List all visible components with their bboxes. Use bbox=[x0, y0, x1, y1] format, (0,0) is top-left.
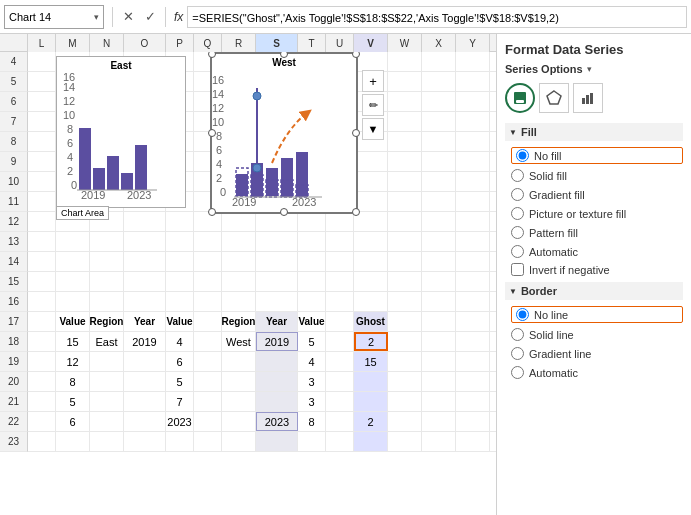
pattern-fill-option[interactable]: Pattern fill bbox=[511, 225, 683, 240]
automatic-border-option[interactable]: Automatic bbox=[511, 365, 683, 380]
col-header-M[interactable]: M bbox=[56, 34, 90, 52]
row-21-cells: 5 7 3 bbox=[28, 392, 496, 412]
handle-mr[interactable] bbox=[352, 129, 360, 137]
panel-title: Format Data Series bbox=[505, 42, 683, 57]
col-header-U[interactable]: U bbox=[326, 34, 354, 52]
col-header-Y[interactable]: Y bbox=[456, 34, 490, 52]
east-chart-title: East bbox=[57, 57, 185, 71]
handle-bm[interactable] bbox=[280, 208, 288, 216]
east-chart-svg: 0 2 4 6 8 10 12 14 16 bbox=[57, 71, 187, 201]
automatic-fill-option[interactable]: Automatic bbox=[511, 244, 683, 259]
header-ghost: Ghost bbox=[356, 316, 385, 327]
no-fill-option[interactable]: No fill bbox=[511, 147, 683, 164]
grid-wrapper: 4 5 6 7 8 9 10 11 12 13 14 15 16 17 18 1… bbox=[0, 52, 496, 452]
name-box-dropdown[interactable]: ▾ bbox=[94, 12, 99, 22]
row-14: 14 bbox=[0, 252, 28, 272]
col-header-N[interactable]: N bbox=[90, 34, 124, 52]
col-header-Q[interactable]: Q bbox=[194, 34, 222, 52]
svg-text:12: 12 bbox=[212, 102, 224, 114]
svg-text:2023: 2023 bbox=[292, 196, 316, 208]
col-header-O[interactable]: O bbox=[124, 34, 166, 52]
handle-ml[interactable] bbox=[208, 129, 216, 137]
header-region1: Region bbox=[90, 316, 123, 327]
handle-tr[interactable] bbox=[352, 52, 360, 58]
east-chart[interactable]: East 0 2 4 6 8 10 12 14 16 bbox=[56, 56, 186, 208]
chart-tool-filter[interactable]: ▼ bbox=[362, 118, 384, 140]
svg-text:4: 4 bbox=[67, 151, 73, 163]
cell-s18: 2019 bbox=[265, 336, 289, 348]
svg-text:12: 12 bbox=[63, 95, 75, 107]
col-header-V[interactable]: V bbox=[354, 34, 388, 52]
automatic-fill-label: Automatic bbox=[529, 246, 578, 258]
svg-rect-12 bbox=[121, 173, 133, 190]
cell-t22: 8 bbox=[308, 416, 314, 428]
handle-bl[interactable] bbox=[208, 208, 216, 216]
cell-v22: 2 bbox=[367, 416, 373, 428]
svg-text:10: 10 bbox=[63, 109, 75, 121]
invert-negative-option[interactable]: Invert if negative bbox=[511, 263, 683, 276]
series-icon[interactable] bbox=[573, 83, 603, 113]
invert-negative-checkbox[interactable] bbox=[511, 263, 524, 276]
row-14-cells bbox=[28, 252, 496, 272]
col-header-S[interactable]: S bbox=[256, 34, 298, 52]
col-header-X[interactable]: X bbox=[422, 34, 456, 52]
col-header-W[interactable]: W bbox=[388, 34, 422, 52]
header-value2: Value bbox=[166, 316, 192, 327]
no-fill-label: No fill bbox=[534, 150, 562, 162]
gradient-line-option[interactable]: Gradient line bbox=[511, 346, 683, 361]
paint-bucket-icon bbox=[512, 90, 528, 106]
solid-fill-option[interactable]: Solid fill bbox=[511, 168, 683, 183]
automatic-border-radio[interactable] bbox=[511, 366, 524, 379]
series-options-header[interactable]: Series Options ▾ bbox=[505, 63, 683, 75]
svg-text:16: 16 bbox=[63, 71, 75, 83]
handle-br[interactable] bbox=[352, 208, 360, 216]
svg-point-37 bbox=[253, 92, 261, 100]
border-triangle: ▼ bbox=[509, 287, 517, 296]
bar-chart-icon bbox=[580, 90, 596, 106]
cell-m20: 8 bbox=[69, 376, 75, 388]
solid-line-label: Solid line bbox=[529, 329, 574, 341]
row-19: 19 bbox=[0, 352, 28, 372]
svg-text:16: 16 bbox=[212, 74, 224, 86]
name-box[interactable]: Chart 14 ▾ bbox=[4, 5, 104, 29]
gradient-fill-option[interactable]: Gradient fill bbox=[511, 187, 683, 202]
no-line-radio[interactable] bbox=[516, 308, 529, 321]
fill-triangle: ▼ bbox=[509, 128, 517, 137]
solid-line-radio[interactable] bbox=[511, 328, 524, 341]
effects-icon[interactable] bbox=[539, 83, 569, 113]
row-15-cells bbox=[28, 272, 496, 292]
svg-rect-26 bbox=[236, 174, 248, 196]
col-header-L[interactable]: L bbox=[28, 34, 56, 52]
chart-tool-plus[interactable]: + bbox=[362, 70, 384, 92]
no-fill-radio[interactable] bbox=[516, 149, 529, 162]
header-year1: Year bbox=[134, 316, 155, 327]
cancel-icon[interactable]: ✕ bbox=[117, 6, 139, 28]
solid-fill-radio[interactable] bbox=[511, 169, 524, 182]
picture-fill-radio[interactable] bbox=[511, 207, 524, 220]
picture-fill-option[interactable]: Picture or texture fill bbox=[511, 206, 683, 221]
west-chart[interactable]: West 0 2 4 6 8 10 12 14 16 bbox=[210, 52, 358, 214]
col-header-P[interactable]: P bbox=[166, 34, 194, 52]
gradient-line-radio[interactable] bbox=[511, 347, 524, 360]
gradient-fill-radio[interactable] bbox=[511, 188, 524, 201]
formula-input[interactable]: =SERIES("Ghost",'Axis Toggle'!$S$18:$S$2… bbox=[187, 6, 687, 28]
row-10: 10 bbox=[0, 172, 28, 192]
row-headers: 4 5 6 7 8 9 10 11 12 13 14 15 16 17 18 1… bbox=[0, 52, 28, 452]
no-line-option[interactable]: No line bbox=[511, 306, 683, 323]
cell-t21: 3 bbox=[308, 396, 314, 408]
chart-tool-brush[interactable]: ✏ bbox=[362, 94, 384, 116]
fill-options-icon[interactable] bbox=[505, 83, 535, 113]
automatic-fill-radio[interactable] bbox=[511, 245, 524, 258]
col-header-R[interactable]: R bbox=[222, 34, 256, 52]
svg-rect-28 bbox=[266, 168, 278, 196]
header-value1: Value bbox=[59, 316, 85, 327]
border-section-header[interactable]: ▼ Border bbox=[505, 282, 683, 300]
pattern-fill-radio[interactable] bbox=[511, 226, 524, 239]
solid-line-option[interactable]: Solid line bbox=[511, 327, 683, 342]
svg-point-38 bbox=[253, 164, 261, 172]
col-header-T[interactable]: T bbox=[298, 34, 326, 52]
confirm-icon[interactable]: ✓ bbox=[139, 6, 161, 28]
fill-section-header[interactable]: ▼ Fill bbox=[505, 123, 683, 141]
cell-t18: 5 bbox=[308, 336, 314, 348]
svg-text:6: 6 bbox=[216, 144, 222, 156]
